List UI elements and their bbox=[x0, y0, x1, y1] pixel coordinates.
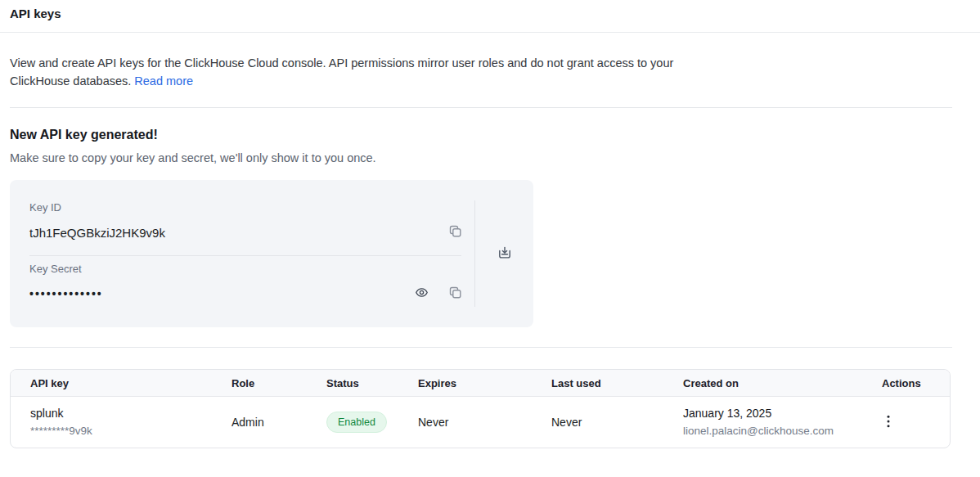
copy-icon bbox=[448, 286, 462, 302]
column-header-expires: Expires bbox=[408, 370, 542, 397]
copy-icon bbox=[448, 224, 462, 241]
cell-role: Admin bbox=[222, 397, 317, 448]
table-header-row: API key Role Status Expires Last used Cr… bbox=[11, 370, 950, 397]
table-row: splunk *********9v9k Admin Enabled Never… bbox=[11, 397, 950, 448]
card-divider bbox=[29, 255, 461, 256]
key-id-label: Key ID bbox=[29, 201, 466, 214]
read-more-link[interactable]: Read more bbox=[134, 74, 193, 88]
column-header-actions: Actions bbox=[872, 370, 950, 397]
banner-subtitle: Make sure to copy your key and secret, w… bbox=[10, 151, 970, 164]
download-key-button[interactable] bbox=[493, 242, 516, 265]
column-header-status: Status bbox=[317, 370, 408, 397]
column-header-created-on: Created on bbox=[673, 370, 872, 397]
created-by-email: lionel.palacin@clickhouse.com bbox=[683, 423, 862, 439]
download-icon bbox=[497, 245, 512, 263]
key-fields: Key ID tJh1FeQGBkziJ2HK9v9k Key S bbox=[10, 180, 474, 327]
cell-actions bbox=[872, 397, 950, 448]
api-keys-table: API key Role Status Expires Last used Cr… bbox=[10, 369, 951, 448]
api-keys-page: API keys View and create API keys for th… bbox=[0, 0, 980, 448]
generated-key-card: Key ID tJh1FeQGBkziJ2HK9v9k Key S bbox=[10, 180, 533, 327]
api-key-name: splunk bbox=[30, 406, 212, 421]
cell-api-key: splunk *********9v9k bbox=[11, 397, 222, 448]
column-header-api-key: API key bbox=[11, 370, 222, 397]
page-title: API keys bbox=[0, 0, 980, 20]
cell-expires: Never bbox=[408, 397, 542, 448]
status-badge: Enabled bbox=[326, 412, 387, 433]
created-date: January 13, 2025 bbox=[683, 406, 862, 421]
page-description: View and create API keys for the ClickHo… bbox=[10, 33, 674, 90]
key-secret-label: Key Secret bbox=[29, 263, 466, 276]
column-header-last-used: Last used bbox=[542, 370, 673, 397]
key-id-value: tJh1FeQGBkziJ2HK9v9k bbox=[29, 226, 165, 240]
cell-created-on: January 13, 2025 lionel.palacin@clickhou… bbox=[673, 397, 872, 448]
key-id-row: tJh1FeQGBkziJ2HK9v9k bbox=[29, 221, 466, 244]
download-column bbox=[475, 180, 533, 327]
divider bbox=[10, 107, 952, 108]
copy-key-id-button[interactable] bbox=[443, 221, 466, 244]
copy-secret-button[interactable] bbox=[443, 282, 466, 305]
banner-title: New API key generated! bbox=[10, 128, 970, 142]
api-key-masked: *********9v9k bbox=[30, 423, 212, 439]
reveal-secret-button[interactable] bbox=[410, 282, 433, 305]
row-actions-button[interactable] bbox=[882, 412, 895, 434]
cell-last-used: Never bbox=[542, 397, 673, 448]
key-secret-row: ••••••••••••• bbox=[29, 282, 466, 305]
eye-icon bbox=[415, 286, 429, 302]
divider bbox=[10, 347, 952, 348]
key-secret-value: ••••••••••••• bbox=[29, 287, 103, 300]
column-header-role: Role bbox=[222, 370, 317, 397]
page-description-text: View and create API keys for the ClickHo… bbox=[10, 56, 673, 88]
cell-status: Enabled bbox=[317, 397, 408, 448]
page-header: API keys bbox=[0, 0, 980, 33]
kebab-menu-icon bbox=[887, 415, 890, 430]
